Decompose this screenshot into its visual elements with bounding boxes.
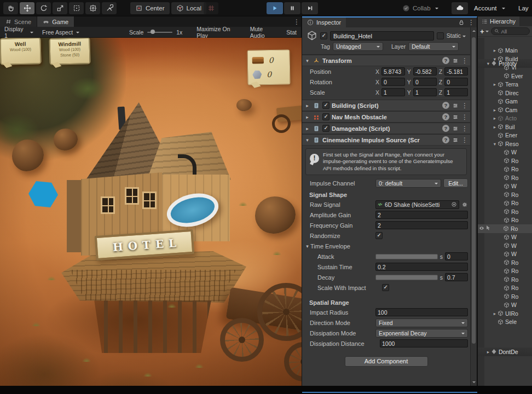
scrollbar-thumb[interactable]: [472, 37, 476, 344]
hierarchy-item[interactable]: W: [484, 301, 532, 310]
dissipation-distance-field[interactable]: 1000: [380, 339, 468, 347]
component-header[interactable]: ▸ Damageable (Script) ⋮: [302, 123, 470, 134]
hierarchy-item[interactable]: Direc: [484, 89, 532, 97]
hierarchy-item[interactable]: Ro: [484, 207, 532, 216]
hierarchy-item[interactable]: W: [484, 182, 532, 191]
tab-game[interactable]: Game: [37, 16, 74, 27]
grid-snap-button[interactable]: [204, 2, 218, 14]
rect-tool-button[interactable]: [69, 2, 84, 14]
hierarchy-item[interactable]: Ever: [484, 72, 532, 80]
foldout-arrow[interactable]: ▸: [304, 126, 310, 131]
foldout-arrow[interactable]: ▾: [304, 244, 310, 249]
y-field[interactable]: -0.582: [413, 67, 437, 76]
presets-icon[interactable]: [452, 102, 459, 109]
gear-icon[interactable]: [461, 201, 468, 208]
gameobject-enabled-checkbox[interactable]: [320, 32, 327, 39]
gameobject-name-field[interactable]: Building_Hotel: [330, 31, 434, 40]
hierarchy-item[interactable]: Ro: [484, 216, 532, 225]
static-dropdown[interactable]: Static: [447, 32, 466, 39]
account-dropdown[interactable]: Account: [474, 2, 505, 14]
z-field[interactable]: 0: [444, 78, 468, 86]
presets-icon[interactable]: [452, 137, 459, 143]
presets-icon[interactable]: [452, 125, 459, 132]
hierarchy-item[interactable]: Ro: [478, 224, 532, 233]
cloud-button[interactable]: [452, 2, 468, 14]
foldout-arrow[interactable]: ▸: [304, 114, 310, 120]
component-menu-icon[interactable]: ⋮: [461, 57, 468, 64]
hierarchy-item[interactable]: ▸ Acto: [484, 114, 532, 123]
help-icon[interactable]: [442, 102, 449, 109]
hierarchy-item[interactable]: Ro: [484, 173, 532, 182]
hierarchy-item[interactable]: Ro: [484, 190, 532, 199]
randomize-checkbox[interactable]: [375, 232, 383, 239]
impulse-channel-dropdown[interactable]: 0: default: [375, 179, 441, 188]
x-field[interactable]: 5.8743: [381, 67, 405, 76]
lock-icon[interactable]: [458, 19, 465, 26]
hierarchy-item[interactable]: Ro: [484, 165, 532, 174]
scale-slider[interactable]: [147, 32, 172, 33]
foldout-arrow[interactable]: ▸: [492, 82, 498, 87]
collab-dropdown[interactable]: Collab: [402, 2, 438, 14]
static-checkbox[interactable]: [437, 32, 444, 39]
foldout-arrow[interactable]: ▾: [304, 137, 310, 143]
game-panel-menu[interactable]: ⋮: [292, 16, 301, 27]
rotate-tool-button[interactable]: [36, 2, 51, 14]
hierarchy-item[interactable]: Ro: [484, 267, 532, 276]
hierarchy-item[interactable]: ▸ UIRo: [484, 309, 532, 318]
layers-dropdown[interactable]: Lay: [518, 2, 532, 14]
amplitude-gain-field[interactable]: 2: [375, 211, 468, 219]
inspector-menu-icon[interactable]: ⋮: [468, 19, 475, 26]
add-component-button[interactable]: Add Component: [345, 356, 428, 367]
decay-slider[interactable]: [375, 275, 438, 280]
custom-tools-button[interactable]: [102, 2, 117, 14]
hierarchy-item[interactable]: ▸ Main: [484, 47, 532, 55]
component-menu-icon[interactable]: ⋮: [461, 137, 468, 143]
y-field[interactable]: 1: [413, 88, 437, 96]
transform-tool-button[interactable]: [85, 2, 100, 14]
hand-tool-button[interactable]: [3, 2, 18, 14]
foldout-arrow[interactable]: ▾: [492, 141, 498, 147]
presets-icon[interactable]: [452, 57, 459, 64]
hierarchy-item[interactable]: Vi: [484, 63, 532, 72]
hierarchy-item[interactable]: Ro: [484, 275, 532, 284]
create-object-button[interactable]: +: [480, 27, 489, 36]
layer-dropdown[interactable]: Default: [408, 42, 459, 51]
hierarchy-search-input[interactable]: All: [491, 27, 530, 35]
x-field[interactable]: 0: [381, 78, 405, 86]
display-dropdown[interactable]: Display 1: [0, 27, 38, 37]
help-icon[interactable]: [442, 113, 449, 120]
help-icon[interactable]: [442, 125, 449, 132]
scroll-down-arrow[interactable]: [472, 381, 476, 383]
decay-field[interactable]: 0.7: [445, 273, 468, 281]
frequency-gain-field[interactable]: 2: [375, 221, 468, 229]
rotation-space-button[interactable]: Local: [171, 2, 207, 14]
dissipation-mode-dropdown[interactable]: Exponential Decay: [375, 329, 468, 338]
hierarchy-item[interactable]: ▾ Reso: [484, 140, 532, 148]
attack-slider[interactable]: [375, 254, 438, 259]
component-menu-icon[interactable]: ⋮: [461, 102, 468, 109]
hierarchy-item[interactable]: W: [484, 241, 532, 250]
hierarchy-item[interactable]: ▸ Buil: [484, 123, 532, 131]
foldout-arrow[interactable]: ▾: [304, 58, 310, 63]
tab-inspector[interactable]: Inspector: [302, 18, 346, 27]
z-field[interactable]: 1: [444, 88, 468, 96]
raw-signal-object-field[interactable]: 6D Shake (NoiseSetti: [375, 200, 459, 209]
sustain-time-field[interactable]: 0.2: [375, 263, 468, 271]
component-menu-icon[interactable]: ⋮: [461, 125, 468, 132]
inspector-scrollbar[interactable]: [470, 27, 477, 386]
hierarchy-item[interactable]: Sele: [484, 318, 532, 327]
mute-audio-toggle[interactable]: Mute Audio: [246, 27, 282, 37]
game-viewport[interactable]: HOTEL 0 0: [0, 38, 302, 386]
hierarchy-item[interactable]: Ro: [484, 292, 532, 301]
step-button[interactable]: [302, 2, 318, 14]
hierarchy-item[interactable]: Ener: [484, 131, 532, 140]
foldout-arrow[interactable]: ▸: [492, 115, 498, 121]
foldout-arrow[interactable]: ▸: [485, 349, 491, 355]
hierarchy-item[interactable]: Ro: [484, 258, 532, 267]
foldout-arrow[interactable]: ▸: [304, 103, 310, 108]
object-picker-icon[interactable]: [451, 201, 457, 207]
hierarchy-item[interactable]: ▸ DontDe: [478, 347, 532, 356]
hierarchy-item[interactable]: ▸ Cam: [484, 106, 532, 114]
build-card[interactable]: Windmill Wood (100) Stone (50): [49, 38, 90, 65]
foldout-arrow[interactable]: ▸: [492, 311, 498, 316]
